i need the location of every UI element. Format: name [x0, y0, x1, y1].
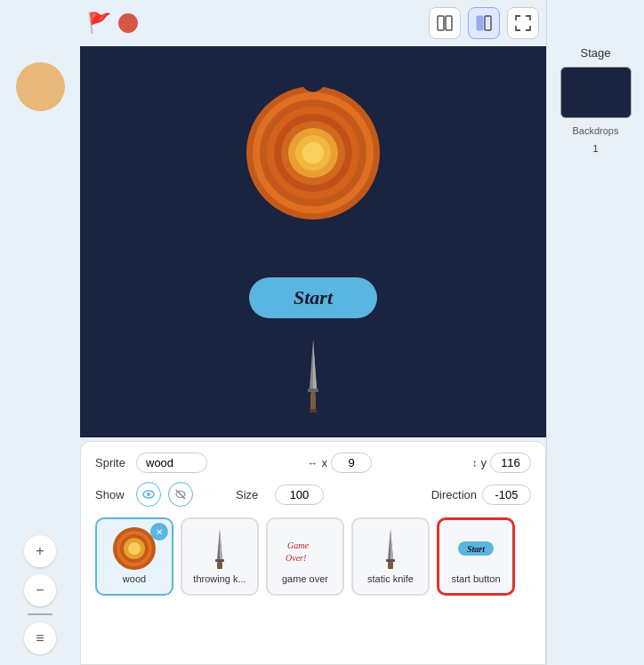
- divider: [28, 613, 52, 615]
- static-knife-thumb-img: [367, 525, 414, 572]
- svg-text:Start: Start: [467, 544, 486, 554]
- svg-rect-2: [477, 16, 483, 30]
- sidebar-tools: + − ≡: [24, 535, 56, 654]
- svg-rect-35: [386, 559, 395, 562]
- canvas-area: Start: [80, 46, 546, 437]
- svg-rect-1: [446, 16, 452, 30]
- main-area: 🚩: [80, 0, 546, 665]
- sprite-thumbnails: ✕ wood: [95, 517, 531, 599]
- fullscreen-button[interactable]: [507, 7, 539, 39]
- start-button-thumb-label: start button: [451, 573, 500, 584]
- direction-input[interactable]: [482, 485, 531, 505]
- sprite-thumb-game-over[interactable]: Game Over! game over: [266, 517, 344, 596]
- direction-group: Direction: [431, 485, 531, 505]
- backdrops-label: Backdrops: [573, 125, 619, 136]
- stage-label: Stage: [581, 46, 611, 60]
- canvas-knife: [305, 340, 321, 420]
- x-label: x: [322, 456, 328, 469]
- avatar: [16, 62, 65, 111]
- static-knife-thumb-label: static knife: [367, 573, 414, 584]
- zoom-out-button[interactable]: −: [24, 574, 56, 606]
- show-hidden-button[interactable]: [168, 482, 193, 507]
- right-sidebar: Stage Backdrops 1: [546, 0, 644, 665]
- backdrops-count: 1: [592, 143, 598, 154]
- x-arrow-icon: ↔: [308, 457, 318, 469]
- sprite-thumb-static-knife[interactable]: static knife: [351, 517, 430, 596]
- y-input[interactable]: [490, 453, 531, 473]
- canvas-start-button[interactable]: Start: [249, 277, 377, 318]
- sprite-panel: Sprite ↔ x ↕ y Show Size: [80, 441, 546, 665]
- svg-rect-15: [308, 389, 318, 392]
- svg-rect-0: [438, 16, 444, 30]
- svg-point-12: [302, 142, 324, 164]
- menu-button[interactable]: ≡: [24, 622, 56, 654]
- svg-text:Game: Game: [287, 541, 309, 550]
- svg-marker-28: [220, 529, 222, 559]
- game-over-thumb-label: game over: [282, 573, 328, 584]
- svg-rect-16: [310, 392, 316, 412]
- svg-rect-36: [388, 562, 393, 569]
- sprite-label: Sprite: [95, 456, 129, 469]
- top-bar: 🚩: [80, 0, 546, 46]
- show-label: Show: [95, 488, 129, 501]
- flag-icon[interactable]: 🚩: [87, 12, 111, 35]
- sprite-thumb-wood[interactable]: ✕ wood: [95, 517, 173, 596]
- direction-label: Direction: [431, 488, 477, 501]
- y-arrow-icon: ↕: [472, 457, 478, 469]
- svg-rect-3: [485, 16, 491, 30]
- svg-rect-30: [217, 562, 222, 569]
- wood-thumb-label: wood: [123, 573, 146, 584]
- y-coord-group: ↕ y: [472, 453, 532, 473]
- stop-icon[interactable]: [118, 13, 138, 33]
- svg-marker-14: [313, 340, 317, 389]
- stage-thumbnail[interactable]: [560, 67, 632, 118]
- svg-marker-34: [390, 529, 393, 559]
- zoom-in-button[interactable]: +: [24, 535, 56, 567]
- size-group: Size: [236, 485, 324, 505]
- svg-rect-29: [215, 559, 224, 562]
- start-button-thumb-img: Start: [453, 525, 499, 572]
- delete-wood-button[interactable]: ✕: [150, 523, 168, 541]
- sprite-info-row: Sprite ↔ x ↕ y: [95, 453, 531, 473]
- game-over-thumb-img: Game Over!: [282, 525, 328, 572]
- svg-text:Over!: Over!: [286, 553, 306, 563]
- wood-target: [242, 82, 384, 224]
- sprite-thumb-start-button[interactable]: Start start button: [437, 517, 515, 596]
- x-coord-group: ↔ x: [308, 453, 373, 473]
- layout-btn-2[interactable]: [468, 7, 500, 39]
- show-row: Show Size Direction: [95, 482, 531, 507]
- sprite-name-input[interactable]: [136, 453, 207, 473]
- left-sidebar: + − ≡: [0, 0, 80, 665]
- x-input[interactable]: [331, 453, 372, 473]
- throwing-knife-thumb-label: throwing k...: [193, 573, 246, 584]
- size-label: Size: [236, 488, 270, 501]
- svg-point-26: [128, 542, 141, 555]
- size-input[interactable]: [275, 485, 324, 505]
- svg-point-19: [147, 493, 150, 496]
- svg-rect-17: [310, 409, 317, 413]
- y-label: y: [481, 456, 487, 469]
- layout-btn-1[interactable]: [429, 7, 461, 39]
- show-visible-button[interactable]: [136, 482, 161, 507]
- sprite-thumb-throwing-knife[interactable]: throwing k...: [181, 517, 259, 596]
- throwing-knife-thumb-img: [197, 525, 243, 572]
